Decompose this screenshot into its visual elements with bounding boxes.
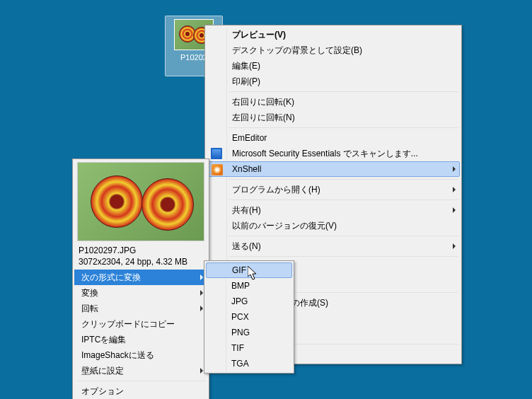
- menu-format-jpg[interactable]: JPG: [206, 294, 292, 309]
- format-submenu: GIF BMP JPG PCX PNG TIF TGA: [204, 260, 294, 374]
- menu-separator: [229, 179, 458, 180]
- menu-item-label: XnShell: [232, 164, 261, 174]
- menu-restore-versions[interactable]: 以前のバージョンの復元(V): [207, 218, 460, 233]
- menu-item-label: プログラムから開く(H): [232, 185, 320, 195]
- menu-send-to[interactable]: 送る(N): [207, 238, 460, 254]
- submenu-arrow-icon: [453, 243, 456, 249]
- menu-item-label: 次の形式に変換: [81, 272, 141, 282]
- menu-format-png[interactable]: PNG: [206, 325, 292, 340]
- menu-separator: [229, 236, 458, 236]
- menu-separator: [77, 381, 206, 381]
- menu-emeditor[interactable]: EmEditor: [207, 130, 460, 146]
- xnshell-submenu: P1020297.JPG 3072x2304, 24 bpp, 4.32 MB …: [72, 158, 209, 399]
- menu-rotate-counter-clockwise[interactable]: 左回りに回転(N): [207, 110, 460, 125]
- menu-format-pcx[interactable]: PCX: [206, 309, 292, 325]
- menu-share[interactable]: 共有(H): [207, 202, 460, 218]
- shield-icon: [211, 148, 222, 159]
- menu-edit-iptc[interactable]: IPTCを編集: [74, 332, 207, 347]
- menu-set-desktop-background[interactable]: デスクトップの背景として設定(B): [207, 42, 460, 58]
- submenu-arrow-icon: [453, 166, 456, 172]
- submenu-arrow-icon: [200, 290, 203, 296]
- submenu-arrow-icon: [200, 368, 203, 374]
- menu-item-label: 共有(H): [232, 205, 261, 215]
- menu-separator: [229, 200, 458, 200]
- menu-options[interactable]: オプション: [74, 383, 207, 399]
- preview-filename: P1020297.JPG: [74, 244, 207, 255]
- menu-rotate-clockwise[interactable]: 右回りに回転(K): [207, 94, 460, 110]
- submenu-arrow-icon: [453, 187, 456, 192]
- submenu-arrow-icon: [453, 207, 456, 213]
- menu-print[interactable]: 印刷(P): [207, 74, 460, 89]
- menu-item-label: 壁紙に設定: [81, 366, 124, 376]
- menu-mse-scan[interactable]: Microsoft Security Essentials でスキャンします..…: [207, 146, 460, 161]
- menu-separator: [229, 91, 458, 92]
- menu-item-label: Microsoft Security Essentials でスキャンします..…: [232, 149, 418, 158]
- menu-transform[interactable]: 変換: [74, 285, 207, 301]
- menu-format-tga[interactable]: TGA: [206, 356, 292, 371]
- menu-item-label: 変換: [81, 288, 98, 298]
- menu-send-imageshack[interactable]: ImageShackに送る: [74, 347, 207, 363]
- menu-convert-to-format[interactable]: 次の形式に変換: [74, 270, 207, 285]
- menu-format-tif[interactable]: TIF: [206, 340, 292, 356]
- preview-metadata: 3072x2304, 24 bpp, 4.32 MB: [74, 255, 207, 267]
- menu-item-label: 回転: [81, 303, 98, 313]
- submenu-arrow-icon: [200, 274, 203, 280]
- menu-separator: [229, 127, 458, 128]
- menu-set-wallpaper[interactable]: 壁紙に設定: [74, 363, 207, 378]
- xnshell-icon: [212, 164, 223, 175]
- menu-item-label: 送る(N): [232, 241, 261, 251]
- menu-rotate[interactable]: 回転: [74, 301, 207, 316]
- menu-preview[interactable]: プレビュー(V): [207, 27, 460, 42]
- menu-format-gif[interactable]: GIF: [206, 262, 292, 278]
- menu-xnshell[interactable]: XnShell: [207, 161, 460, 177]
- image-preview: [77, 162, 204, 241]
- menu-copy-to-clipboard[interactable]: クリップボードにコピー: [74, 316, 207, 332]
- submenu-arrow-icon: [200, 306, 203, 311]
- menu-format-bmp[interactable]: BMP: [206, 278, 292, 294]
- menu-edit[interactable]: 編集(E): [207, 58, 460, 74]
- menu-separator: [229, 256, 458, 257]
- menu-open-with[interactable]: プログラムから開く(H): [207, 182, 460, 197]
